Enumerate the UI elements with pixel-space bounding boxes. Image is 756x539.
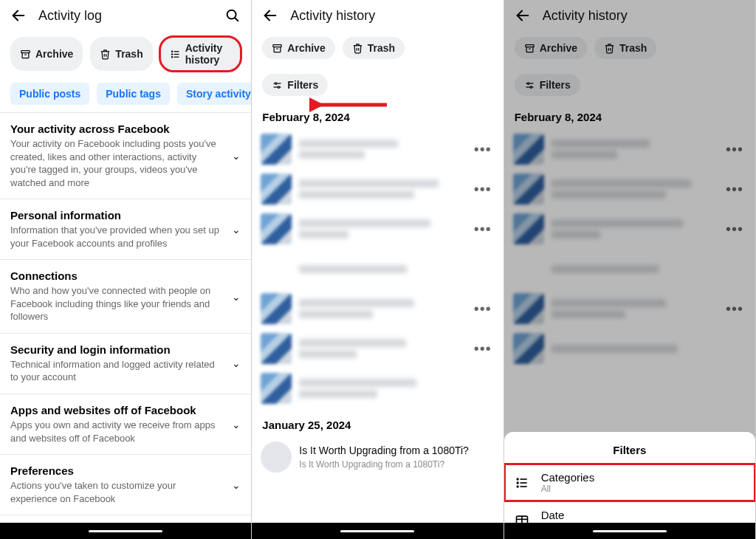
tab-story-activity[interactable]: Story activity xyxy=(177,83,251,105)
nav-bar xyxy=(252,523,503,539)
annotation-arrow-icon xyxy=(309,92,391,118)
panel-activity-history-filter: Activity history Archive Trash Filters F… xyxy=(504,0,756,539)
section-security-login[interactable]: Security and login informationTechnical … xyxy=(0,334,251,394)
chevron-down-icon: ⌄ xyxy=(232,291,241,303)
panel-activity-log: Activity log Archive Trash Activity hist… xyxy=(0,0,252,539)
header: Activity log xyxy=(0,0,251,31)
section-connections[interactable]: ConnectionsWho and how you've connected … xyxy=(0,260,251,334)
list-icon xyxy=(170,49,181,60)
activity-title: Is It Worth Upgrading from a 1080Ti? xyxy=(299,444,494,456)
svg-point-31 xyxy=(517,486,518,487)
sections-list[interactable]: Your activity across FacebookYour activi… xyxy=(0,113,251,523)
sheet-title: Filters xyxy=(504,439,755,464)
chevron-down-icon: ⌄ xyxy=(232,150,241,162)
list-icon xyxy=(515,476,531,490)
activity-row[interactable]: Is It Worth Upgrading from a 1080Ti? Is … xyxy=(252,437,503,477)
svg-point-9 xyxy=(171,53,172,54)
trash-chip[interactable]: Trash xyxy=(90,37,152,71)
activity-list[interactable]: February 8, 2024 ••• ••• ••• ••• ••• Jan… xyxy=(252,100,503,523)
svg-rect-12 xyxy=(273,44,281,47)
page-title: Activity log xyxy=(38,8,213,24)
nav-bar xyxy=(504,523,755,539)
search-icon[interactable] xyxy=(224,7,241,24)
page-title: Activity history xyxy=(290,8,492,24)
more-icon[interactable]: ••• xyxy=(471,301,495,317)
archive-chip[interactable]: Archive xyxy=(10,37,83,71)
filter-tabs: Public posts Public tags Story activity … xyxy=(0,78,251,113)
filter-categories-row[interactable]: Categories All xyxy=(504,464,755,501)
archive-icon xyxy=(272,43,283,54)
trash-icon xyxy=(352,43,363,54)
filters-icon xyxy=(272,80,283,91)
chevron-down-icon: ⌄ xyxy=(232,479,241,491)
chevron-down-icon: ⌄ xyxy=(232,357,241,369)
section-personal-info[interactable]: Personal informationInformation that you… xyxy=(0,199,251,260)
panel-activity-history: Activity history Archive Trash Filters F… xyxy=(252,0,504,539)
chevron-down-icon: ⌄ xyxy=(232,224,241,236)
section-your-activity[interactable]: Your activity across FacebookYour activi… xyxy=(0,113,251,199)
archive-chip[interactable]: Archive xyxy=(262,37,334,59)
activity-row[interactable]: ••• xyxy=(252,169,503,209)
avatar xyxy=(261,333,292,364)
activity-row[interactable]: ••• xyxy=(252,289,503,329)
svg-point-30 xyxy=(517,482,518,484)
activity-history-chip[interactable]: Activity history xyxy=(160,37,241,71)
activity-row[interactable]: ••• xyxy=(252,129,503,169)
svg-point-10 xyxy=(171,56,172,57)
activity-subtitle: Is It Worth Upgrading from a 1080Ti? xyxy=(299,459,494,470)
svg-point-29 xyxy=(517,478,518,480)
svg-point-15 xyxy=(275,82,278,84)
avatar xyxy=(261,373,292,404)
back-icon[interactable] xyxy=(10,7,27,24)
activity-row[interactable] xyxy=(252,249,503,289)
chip-row: Archive Trash Activity history xyxy=(0,31,251,78)
svg-point-8 xyxy=(171,51,172,52)
more-icon[interactable]: ••• xyxy=(471,141,495,158)
header: Activity history xyxy=(252,0,503,31)
avatar xyxy=(261,213,292,244)
chevron-down-icon: ⌄ xyxy=(232,419,241,430)
trash-chip[interactable]: Trash xyxy=(343,37,405,59)
svg-line-2 xyxy=(235,18,238,21)
more-icon[interactable]: ••• xyxy=(471,181,495,198)
section-apps-websites[interactable]: Apps and websites off of FacebookApps yo… xyxy=(0,394,251,455)
back-icon[interactable] xyxy=(262,7,278,24)
more-icon[interactable]: ••• xyxy=(471,340,495,357)
tab-public-tags[interactable]: Public tags xyxy=(97,83,170,105)
nav-bar xyxy=(0,523,251,539)
chip-row: Archive Trash xyxy=(252,31,503,66)
date-header: January 25, 2024 xyxy=(252,408,503,437)
avatar xyxy=(261,134,292,165)
activity-row[interactable] xyxy=(252,368,503,408)
avatar xyxy=(261,442,292,473)
avatar xyxy=(261,293,292,324)
activity-row[interactable]: ••• xyxy=(252,209,503,249)
svg-rect-3 xyxy=(21,50,30,52)
trash-icon xyxy=(100,49,111,60)
more-icon[interactable]: ••• xyxy=(471,221,495,238)
archive-icon xyxy=(20,49,31,60)
avatar xyxy=(261,174,292,205)
activity-row[interactable]: ••• xyxy=(252,329,503,368)
section-preferences[interactable]: PreferencesActions you've taken to custo… xyxy=(0,455,251,515)
svg-point-17 xyxy=(278,86,280,88)
tab-public-posts[interactable]: Public posts xyxy=(10,83,89,105)
